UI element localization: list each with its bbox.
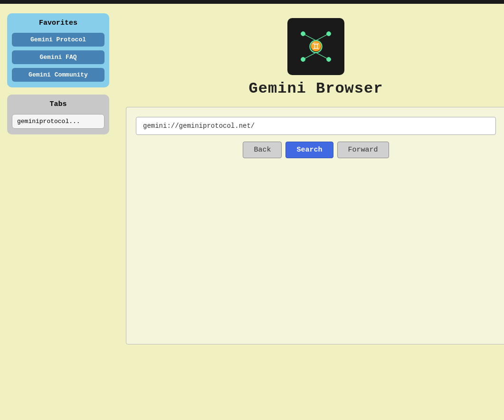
tabs-panel: Tabs geminiprotocol...: [7, 95, 109, 134]
fav-button-gemini-protocol[interactable]: Gemini Protocol: [12, 33, 105, 47]
url-bar[interactable]: [136, 117, 496, 135]
tabs-title: Tabs: [49, 100, 67, 108]
back-button[interactable]: Back: [243, 142, 282, 158]
tab-item-geminiprotocol[interactable]: geminiprotocol...: [12, 114, 105, 129]
svg-text:♊: ♊: [310, 40, 322, 52]
search-button[interactable]: Search: [285, 142, 333, 158]
svg-line-8: [316, 53, 329, 59]
forward-button[interactable]: Forward: [337, 142, 389, 158]
browser-content: [136, 168, 496, 334]
logo-container: ♊: [287, 18, 344, 75]
favorites-panel: Favorites Gemini Protocol Gemini FAQ Gem…: [7, 13, 109, 87]
browser-frame: Back Search Forward: [126, 107, 504, 344]
top-bar: [0, 0, 504, 4]
fav-button-gemini-faq[interactable]: Gemini FAQ: [12, 50, 105, 64]
nav-buttons: Back Search Forward: [136, 142, 496, 158]
sidebar: Favorites Gemini Protocol Gemini FAQ Gem…: [7, 13, 109, 410]
logo-svg: ♊: [295, 25, 337, 68]
main-layout: Favorites Gemini Protocol Gemini FAQ Gem…: [0, 4, 504, 420]
content-area: ♊ Gemini Browser Back Search Forward: [116, 13, 504, 410]
fav-button-gemini-community[interactable]: Gemini Community: [12, 68, 105, 82]
app-title: Gemini Browser: [249, 80, 383, 97]
svg-line-5: [303, 34, 316, 40]
svg-line-6: [316, 34, 329, 40]
logo-circle: ♊: [287, 18, 344, 75]
favorites-title: Favorites: [39, 19, 77, 27]
svg-line-7: [303, 53, 316, 59]
